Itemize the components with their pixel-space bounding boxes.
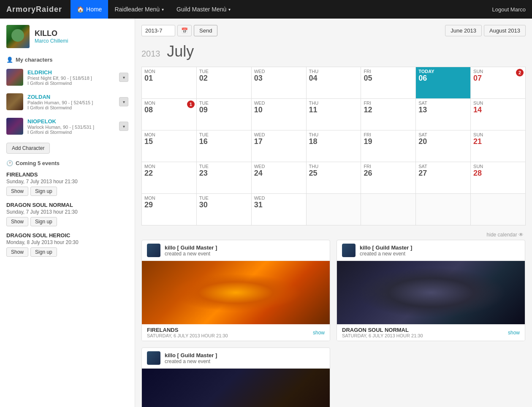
calendar-day[interactable]: TUE30 [196, 194, 251, 225]
add-character-button[interactable]: Add Character [6, 143, 50, 154]
calendar-day[interactable]: WED10 [251, 99, 306, 130]
logout-button[interactable]: Logout Marco [492, 6, 526, 13]
day-number: 30 [199, 201, 249, 209]
day-label: WED [254, 69, 304, 74]
event-footer-show-button[interactable]: show [313, 330, 325, 336]
day-label: WED [254, 195, 304, 201]
calendar-day[interactable]: THU11 [306, 99, 361, 130]
nav-home[interactable]: 🏠 Home [71, 0, 108, 19]
calendar-day[interactable]: THU04 [306, 67, 361, 99]
calendar-day[interactable]: FRI05 [361, 67, 416, 99]
calendar-day[interactable]: SUN14 [471, 99, 526, 130]
calendar-day[interactable]: WED31 [251, 194, 306, 225]
firelands-image [142, 261, 330, 324]
brand-logo: ArmoryRaider [6, 5, 62, 14]
day-label: SUN [473, 100, 523, 106]
event-show-button[interactable]: Show [6, 187, 28, 196]
day-label: TODAY [418, 69, 468, 74]
day-label: MON [144, 132, 194, 137]
calendar-day[interactable]: MON081 [142, 99, 197, 130]
calendar-day[interactable]: TODAY06 [416, 67, 471, 99]
calendar-day[interactable]: SUN28 [471, 162, 526, 194]
calendar-day[interactable]: FRI19 [361, 130, 416, 162]
calendar-day[interactable]: THU25 [306, 162, 361, 194]
calendar-day[interactable]: TUE09 [196, 99, 251, 130]
character-guild: I Grifoni di Stormwind [27, 105, 115, 110]
character-name[interactable]: ZOLDAN [27, 94, 115, 100]
calendar-day[interactable]: MON01 [142, 67, 197, 99]
day-number: 25 [309, 169, 358, 178]
calendar-input[interactable] [141, 25, 175, 36]
next-month-button[interactable]: August 2013 [484, 25, 526, 36]
day-number: 24 [254, 169, 304, 178]
day-label: SUN [473, 69, 523, 74]
calendar-day[interactable]: FRI12 [361, 99, 416, 130]
character-info: NIOPELOK Warlock Human, 90 - [ 531/531 ]… [27, 118, 115, 135]
event-signup-button[interactable]: Sign up [30, 187, 57, 196]
day-number: 01 [144, 74, 194, 83]
event-show-button[interactable]: Show [6, 247, 28, 257]
event-badge: 1 [187, 100, 195, 108]
character-dropdown[interactable]: ▾ [119, 122, 128, 131]
calendar-day[interactable]: THU18 [306, 130, 361, 162]
avatar-image [6, 25, 30, 48]
calendar-send-button[interactable]: Send [194, 25, 217, 36]
day-number: 10 [254, 106, 304, 114]
day-label: FRI [364, 164, 413, 169]
home-icon: 🏠 [77, 6, 84, 13]
calendar-day[interactable]: TUE16 [196, 130, 251, 162]
day-number: 31 [254, 201, 304, 209]
nav-guildmaster[interactable]: Guild Master Menù ▾ [170, 0, 237, 19]
event-card-header: killo [ Guild Master ] created a new eve… [337, 240, 525, 261]
coming-event-item: DRAGON SOUL HEROIC Monday, 8 July 2013 h… [6, 232, 128, 257]
calendar-day[interactable]: MON29 [142, 194, 197, 225]
gm-action: created a new event [165, 251, 217, 257]
event-card-header: killo [ Guild Master ] created a new eve… [142, 240, 330, 261]
calendar-day[interactable]: MON22 [142, 162, 197, 194]
character-sub: Priest Night Elf, 90 - [ 518/518 ] [27, 76, 115, 81]
calendar-day[interactable]: SAT13 [416, 99, 471, 130]
calendar-day[interactable]: SAT27 [416, 162, 471, 194]
day-number: 17 [254, 137, 304, 146]
character-name[interactable]: ELDRICH [27, 69, 115, 76]
event-card-creator: killo [ Guild Master ] created a new eve… [165, 352, 217, 364]
calendar-day[interactable]: TUE23 [196, 162, 251, 194]
profile-subname[interactable]: Marco Chillemi [35, 38, 68, 44]
calendar-day[interactable]: SAT20 [416, 130, 471, 162]
character-dropdown[interactable]: ▾ [119, 97, 128, 106]
character-name[interactable]: NIOPELOK [27, 118, 115, 125]
hide-calendar-button[interactable]: hide calendar 👁 [141, 230, 526, 240]
calendar-month-buttons: June 2013 August 2013 [445, 25, 526, 36]
calendar-day[interactable]: WED24 [251, 162, 306, 194]
calendar-icon-button[interactable]: 📅 [177, 25, 192, 36]
calendar-day[interactable]: SUN072 [471, 67, 526, 99]
day-label: SAT [418, 164, 468, 169]
character-info: ZOLDAN Paladin Human, 90 - [ 524/515 ] I… [27, 94, 115, 110]
event-buttons: Show Sign up [6, 187, 128, 196]
day-number: 16 [199, 137, 249, 146]
event-signup-button[interactable]: Sign up [30, 217, 57, 226]
event-name: DRAGON SOUL HEROIC [6, 232, 128, 239]
event-show-button[interactable]: Show [6, 217, 28, 226]
calendar-day[interactable]: MON15 [142, 130, 197, 162]
day-label: SAT [418, 100, 468, 106]
event-footer-show-button[interactable]: show [508, 330, 520, 336]
calendar-day[interactable]: WED03 [251, 67, 306, 99]
calendar-day[interactable]: FRI26 [361, 162, 416, 194]
day-label: WED [254, 100, 304, 106]
day-number: 29 [144, 201, 194, 209]
avatar-inner [147, 244, 160, 257]
day-number: 27 [418, 169, 468, 178]
sidebar: KILLO Marco Chillemi 👤 My characters ELD… [0, 19, 135, 407]
event-card-footer: DRAGON SOUL NORMAL SATURDAY, 6 JULY 2013… [337, 324, 525, 341]
event-cards-row: killo [ Guild Master ] created a new eve… [141, 240, 526, 347]
character-dropdown[interactable]: ▾ [119, 73, 128, 82]
calendar-day[interactable]: TUE02 [196, 67, 251, 99]
event-signup-button[interactable]: Sign up [30, 247, 57, 257]
gm-name: killo [ Guild Master ] [165, 352, 217, 358]
nav-raidleader[interactable]: Raidleader Menù ▾ [108, 0, 170, 19]
calendar-day[interactable]: WED17 [251, 130, 306, 162]
prev-month-button[interactable]: June 2013 [445, 25, 482, 36]
calendar-day[interactable]: SUN21 [471, 130, 526, 162]
event-card-avatar [147, 351, 160, 365]
